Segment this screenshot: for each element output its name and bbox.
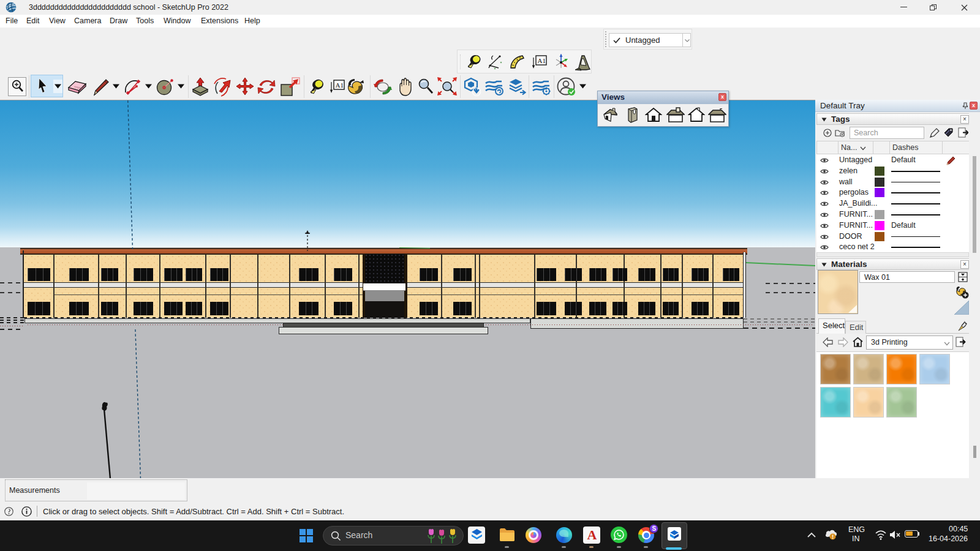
svg-text:A1: A1 [538, 57, 546, 64]
svg-text:A1: A1 [336, 81, 344, 89]
